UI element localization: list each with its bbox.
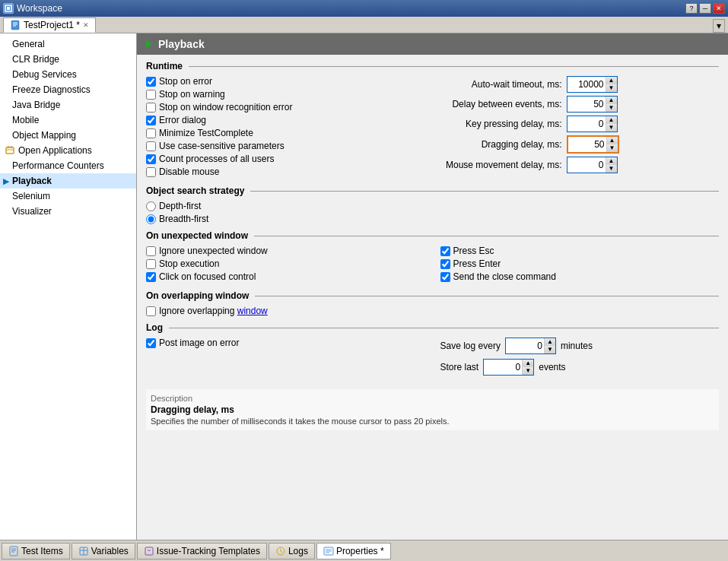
stop-execution-label[interactable]: Stop execution — [159, 258, 219, 269]
sidebar-item-clr-bridge[interactable]: CLR Bridge — [0, 52, 136, 67]
press-esc-checkbox[interactable] — [440, 246, 450, 256]
minimize-tc-checkbox[interactable] — [146, 128, 156, 138]
sidebar-item-visualizer[interactable]: Visualizer — [0, 204, 136, 219]
ignore-unexpected-label[interactable]: Ignore unexpected window — [159, 246, 268, 256]
key-pressing-spinner: ▲ ▼ — [567, 116, 618, 132]
press-esc-row: Press Esc — [440, 246, 720, 256]
error-dialog-label[interactable]: Error dialog — [159, 115, 206, 125]
content-area: Playback Runtime Stop on error Stop on w… — [137, 33, 728, 540]
disable-mouse-checkbox[interactable] — [146, 167, 156, 177]
runtime-fields: Auto-wait timeout, ms: ▲ ▼ Delay between… — [440, 76, 720, 179]
delay-events-up[interactable]: ▲ — [606, 97, 617, 104]
dragging-delay-input[interactable] — [568, 138, 606, 151]
tab-dropdown-button[interactable]: ▾ — [713, 19, 725, 33]
mouse-movement-down[interactable]: ▼ — [606, 165, 617, 173]
bottom-tab-logs[interactable]: Logs — [269, 543, 315, 559]
stop-execution-checkbox[interactable] — [146, 259, 156, 269]
depth-first-label[interactable]: Depth-first — [159, 201, 201, 211]
stop-on-window-label[interactable]: Stop on window recognition error — [159, 102, 292, 113]
close-button[interactable]: ✕ — [713, 3, 725, 14]
mouse-movement-up[interactable]: ▲ — [606, 157, 617, 165]
ignore-unexpected-row: Ignore unexpected window — [146, 246, 425, 256]
window-controls: ? ─ ✕ — [685, 3, 725, 14]
ignore-overlapping-label[interactable]: Ignore overlapping window — [159, 306, 268, 316]
sidebar-item-playback[interactable]: ▶ Playback — [0, 173, 136, 189]
delay-events-down[interactable]: ▼ — [606, 104, 617, 112]
sidebar-item-debug-services[interactable]: Debug Services — [0, 67, 136, 82]
store-last-input[interactable] — [484, 361, 522, 373]
tab-testproject[interactable]: TestProject1 * ✕ — [3, 17, 96, 33]
stop-on-warning-row: Stop on warning — [146, 89, 425, 100]
minimize-tc-label[interactable]: Minimize TestComplete — [159, 128, 253, 138]
post-image-checkbox[interactable] — [146, 338, 156, 348]
store-last-up[interactable]: ▲ — [523, 360, 533, 367]
tab-close-button[interactable]: ✕ — [83, 21, 89, 29]
breadth-first-row: Breadth-first — [146, 214, 719, 224]
breadth-first-label[interactable]: Breadth-first — [159, 214, 208, 224]
key-pressing-down[interactable]: ▼ — [606, 124, 617, 132]
logs-label: Logs — [288, 546, 308, 556]
bottom-tab-test-items[interactable]: Test Items — [2, 543, 70, 559]
save-log-row: Save log every ▲ ▼ minutes — [440, 338, 720, 354]
stop-on-warning-label[interactable]: Stop on warning — [159, 89, 225, 100]
sidebar-item-freeze-diagnostics[interactable]: Freeze Diagnostics — [0, 82, 136, 97]
description-header: Description — [151, 394, 714, 403]
sidebar-item-performance-counters[interactable]: Performance Counters — [0, 158, 136, 173]
minimize-button[interactable]: ─ — [699, 3, 711, 14]
sidebar-item-mobile[interactable]: Mobile — [0, 113, 136, 128]
auto-wait-input[interactable] — [567, 78, 606, 90]
sidebar-item-object-mapping[interactable]: Object Mapping — [0, 128, 136, 143]
post-image-label[interactable]: Post image on error — [159, 338, 239, 348]
bottom-tab-properties[interactable]: Properties * — [316, 543, 391, 559]
ignore-overlapping-checkbox[interactable] — [146, 306, 156, 316]
sidebar-item-selenium[interactable]: Selenium — [0, 189, 136, 204]
stop-on-error-label[interactable]: Stop on error — [159, 76, 212, 87]
key-pressing-input[interactable] — [567, 118, 606, 130]
press-enter-checkbox[interactable] — [440, 259, 450, 269]
save-log-down[interactable]: ▼ — [545, 346, 555, 353]
key-pressing-up[interactable]: ▲ — [606, 116, 617, 124]
auto-wait-up[interactable]: ▲ — [606, 77, 617, 84]
content-inner: Runtime Stop on error Stop on warning St… — [137, 61, 728, 439]
count-processes-label[interactable]: Count processes of all users — [159, 154, 274, 164]
test-items-label: Test Items — [21, 546, 63, 556]
store-last-down[interactable]: ▼ — [523, 367, 533, 375]
stop-on-warning-checkbox[interactable] — [146, 90, 156, 100]
dragging-delay-up[interactable]: ▲ — [607, 137, 618, 144]
stop-on-window-checkbox[interactable] — [146, 103, 156, 113]
dragging-delay-label: Dragging delay, ms: — [440, 139, 562, 150]
breadth-first-radio[interactable] — [146, 214, 156, 224]
auto-wait-down[interactable]: ▼ — [606, 84, 617, 92]
click-focused-label[interactable]: Click on focused control — [159, 271, 256, 282]
press-esc-label[interactable]: Press Esc — [453, 246, 494, 256]
send-close-checkbox[interactable] — [440, 272, 450, 282]
delay-events-input[interactable] — [567, 98, 606, 110]
properties-label: Properties * — [336, 546, 384, 556]
bottom-tab-variables[interactable]: Variables — [72, 543, 135, 559]
bottom-tab-issue-tracking[interactable]: Issue-Tracking Templates — [137, 543, 267, 559]
help-button[interactable]: ? — [685, 3, 698, 14]
case-sensitive-checkbox[interactable] — [146, 141, 156, 151]
sidebar-item-general[interactable]: General — [0, 36, 136, 52]
count-processes-checkbox[interactable] — [146, 154, 156, 164]
mouse-movement-buttons: ▲ ▼ — [606, 157, 617, 173]
dragging-delay-down[interactable]: ▼ — [607, 144, 618, 152]
depth-first-radio[interactable] — [146, 201, 156, 211]
disable-mouse-label[interactable]: Disable mouse — [159, 166, 219, 177]
press-enter-label[interactable]: Press Enter — [453, 258, 501, 269]
window-link[interactable]: window — [237, 306, 268, 316]
send-close-label[interactable]: Send the close command — [453, 271, 556, 282]
stop-on-error-checkbox[interactable] — [146, 77, 156, 87]
sidebar-item-java-bridge[interactable]: Java Bridge — [0, 97, 136, 113]
log-left-col: Post image on error — [146, 338, 425, 380]
case-sensitive-label[interactable]: Use case-sensitive parameters — [159, 141, 285, 151]
ignore-unexpected-checkbox[interactable] — [146, 246, 156, 256]
dragging-delay-buttons: ▲ ▼ — [606, 137, 618, 152]
click-focused-checkbox[interactable] — [146, 272, 156, 282]
save-log-input[interactable] — [506, 340, 544, 352]
error-dialog-checkbox[interactable] — [146, 116, 156, 125]
sidebar-item-open-applications[interactable]: Open Applications — [0, 143, 136, 158]
save-log-up[interactable]: ▲ — [545, 338, 555, 346]
description-section: Description Dragging delay, ms Specifies… — [146, 389, 719, 430]
mouse-movement-input[interactable] — [567, 159, 606, 171]
